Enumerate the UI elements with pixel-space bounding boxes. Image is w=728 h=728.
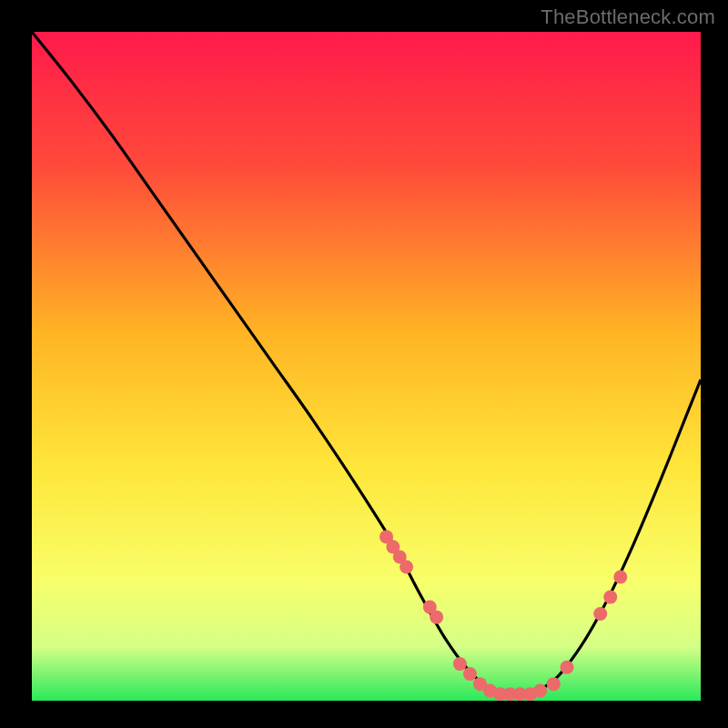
watermark-text: TheBottleneck.com	[541, 5, 715, 29]
highlight-dot	[430, 611, 443, 624]
highlight-dot	[593, 607, 607, 621]
bottleneck-chart	[0, 0, 728, 728]
highlight-dot	[547, 677, 561, 691]
highlight-dot	[561, 661, 574, 674]
chart-frame: TheBottleneck.com	[0, 0, 728, 728]
highlight-dot	[533, 683, 547, 697]
highlight-dot	[613, 571, 627, 584]
highlight-dot	[399, 561, 413, 574]
highlight-dot	[603, 591, 617, 604]
highlight-dot	[463, 667, 477, 681]
plot-background	[32, 32, 701, 701]
highlight-dot	[453, 657, 467, 671]
